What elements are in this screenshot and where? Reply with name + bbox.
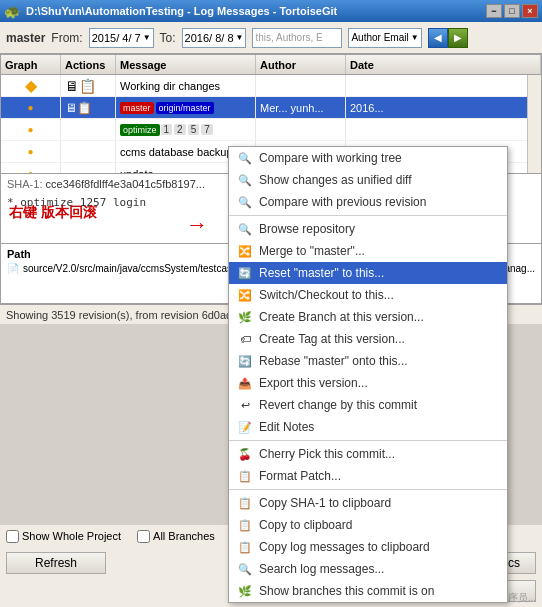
from-label: From: [51,31,82,45]
refresh-button[interactable]: Refresh [6,552,106,574]
close-button[interactable]: × [522,4,538,18]
copy-icon: 📋 [237,517,253,533]
optimize-tag: optimize [120,124,160,136]
ctx-format-patch[interactable]: 📋 Format Patch... [229,465,507,487]
all-branches-checkbox[interactable]: All Branches [137,530,215,543]
edit-notes-icon: 📝 [237,419,253,435]
ctx-copy-sha-label: Copy SHA-1 to clipboard [259,496,391,510]
show-unified-icon: 🔍 [237,172,253,188]
ctx-show-unified[interactable]: 🔍 Show changes as unified diff [229,169,507,191]
from-date-value: 2015/ 4/ 7 [92,32,141,44]
message-cell: master origin/master [116,97,256,118]
date-cell: 2016... [346,97,541,118]
ctx-show-unified-label: Show changes as unified diff [259,173,412,187]
to-date-picker[interactable]: 2016/ 8/ 8 ▼ [182,28,247,48]
nav-next-button[interactable]: ▶ [448,28,468,48]
ctx-create-branch[interactable]: 🌿 Create Branch at this version... [229,306,507,328]
main-content: Graph Actions Message Author Date ◆ 🖥📋 W… [0,54,542,525]
compare-prev-icon: 🔍 [237,194,253,210]
col-header-author: Author [256,55,346,74]
browse-repo-icon: 🔍 [237,221,253,237]
ctx-merge[interactable]: 🔀 Merge to "master"... [229,240,507,262]
date-cell [346,119,541,140]
reset-icon: 🔄 [237,265,253,281]
ctx-rebase[interactable]: 🔄 Rebase "master" onto this... [229,350,507,372]
ctx-switch-label: Switch/Checkout to this... [259,288,394,302]
title-bar: 🐢 D:\ShuYun\AutomationTesting - Log Mess… [0,0,542,22]
col-header-graph: Graph [1,55,61,74]
graph-cell: ● [1,97,61,118]
date-cell [346,75,541,96]
ctx-revert[interactable]: ↩ Revert change by this commit [229,394,507,416]
col-header-message: Message [116,55,256,74]
all-branches-input[interactable] [137,530,150,543]
cherry-pick-icon: 🍒 [237,446,253,462]
to-date-arrow: ▼ [236,33,244,42]
ctx-separator-3 [229,489,507,490]
origin-tag: origin/master [156,102,214,114]
create-tag-icon: 🏷 [237,331,253,347]
ctx-separator-1 [229,215,507,216]
ctx-rebase-label: Rebase "master" onto this... [259,354,408,368]
graph-cell: ● [1,119,61,140]
show-whole-project-checkbox[interactable]: Show Whole Project [6,530,121,543]
toolbar: master From: 2015/ 4/ 7 ▼ To: 2016/ 8/ 8… [0,22,542,54]
filter-placeholder: this, Authors, E [255,32,322,43]
from-date-picker[interactable]: 2015/ 4/ 7 ▼ [89,28,154,48]
ctx-merge-label: Merge to "master"... [259,244,365,258]
num-7: 7 [201,124,213,135]
file-path: source/V2.0/src/main/java/ccmsSystem/tes… [23,263,240,274]
to-date-value: 2016/ 8/ 8 [185,32,234,44]
maximize-button[interactable]: □ [504,4,520,18]
ctx-edit-notes[interactable]: 📝 Edit Notes [229,416,507,438]
ctx-compare-working[interactable]: 🔍 Compare with working tree [229,147,507,169]
ctx-show-branches[interactable]: 🌿 Show branches this commit is on [229,580,507,602]
ctx-export[interactable]: 📤 Export this version... [229,372,507,394]
copy-log-icon: 📋 [237,539,253,555]
message-text: Working dir changes [120,80,220,92]
col-header-date: Date [346,55,541,74]
ctx-reset[interactable]: 🔄 Reset "master" to this... [229,262,507,284]
ctx-compare-prev-label: Compare with previous revision [259,195,426,209]
actions-cell: 🖥📋 [61,97,116,118]
ctx-switch[interactable]: 🔀 Switch/Checkout to this... [229,284,507,306]
show-whole-project-input[interactable] [6,530,19,543]
ctx-create-tag[interactable]: 🏷 Create Tag at this version... [229,328,507,350]
graph-dot: ● [27,146,33,157]
ctx-compare-prev[interactable]: 🔍 Compare with previous revision [229,191,507,213]
show-branches-icon: 🌿 [237,583,253,599]
status-text: Showing 3519 revision(s), from revision … [6,309,257,321]
window-title: D:\ShuYun\AutomationTesting - Log Messag… [26,5,337,17]
ctx-revert-label: Revert change by this commit [259,398,417,412]
annotation-text: 右键 版本回滚 [9,204,97,222]
ctx-copy-log[interactable]: 📋 Copy log messages to clipboard [229,536,507,558]
action-icons: 🖥📋 [65,78,96,94]
table-row[interactable]: ● 🖥📋 master origin/master Mer... yunh...… [1,97,541,119]
ctx-format-patch-label: Format Patch... [259,469,341,483]
ctx-copy-label: Copy to clipboard [259,518,352,532]
ctx-create-branch-label: Create Branch at this version... [259,310,424,324]
ctx-search-log[interactable]: 🔍 Search log messages... [229,558,507,580]
ctx-copy[interactable]: 📋 Copy to clipboard [229,514,507,536]
branch-label: master [6,31,45,45]
actions-cell: 🖥📋 [61,75,116,96]
revert-icon: ↩ [237,397,253,413]
context-menu: 🔍 Compare with working tree 🔍 Show chang… [228,146,508,603]
filter-input[interactable]: this, Authors, E [252,28,342,48]
ctx-browse-repo[interactable]: 🔍 Browse repository [229,218,507,240]
scrollbar-right[interactable] [527,75,541,173]
table-row[interactable]: ◆ 🖥📋 Working dir changes [1,75,541,97]
ctx-copy-sha[interactable]: 📋 Copy SHA-1 to clipboard [229,492,507,514]
table-row[interactable]: ● optimize 1 2 5 7 [1,119,541,141]
filter-type-value: Author Email [351,32,408,43]
rebase-icon: 🔄 [237,353,253,369]
filter-type-picker[interactable]: Author Email ▼ [348,28,421,48]
col-header-actions: Actions [61,55,116,74]
minimize-button[interactable]: − [486,4,502,18]
ctx-export-label: Export this version... [259,376,368,390]
export-icon: 📤 [237,375,253,391]
ctx-cherry-pick[interactable]: 🍒 Cherry Pick this commit... [229,443,507,465]
num-1: 1 [161,124,173,135]
sha-value: cce346f8fdlff4e3a041c5fb8197... [46,178,205,190]
nav-prev-button[interactable]: ◀ [428,28,448,48]
